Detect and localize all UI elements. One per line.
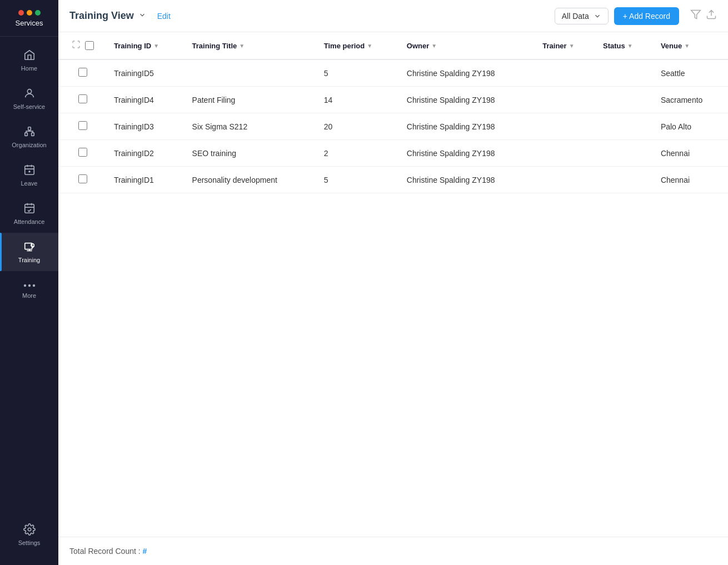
- row-checkbox-cell: [58, 140, 107, 167]
- add-record-button[interactable]: + Add Record: [614, 7, 679, 25]
- sidebar-nav: Home Self-service Organiza: [0, 37, 58, 516]
- table-header-row: Training ID ▼ Training Title ▼ Time peri…: [58, 32, 728, 59]
- sidebar-item-settings-label: Settings: [18, 539, 41, 546]
- record-count-label: Total Record Count : #: [69, 547, 147, 556]
- th-status[interactable]: Status ▼: [596, 32, 654, 59]
- table-row: TrainingID4 Patent Filing 14 Christine S…: [58, 87, 728, 113]
- leave-icon: [23, 164, 36, 178]
- cell-status: [596, 140, 654, 167]
- th-trainer-label: Trainer: [542, 42, 566, 50]
- cell-venue: Sacramento: [654, 87, 728, 113]
- sidebar-item-leave[interactable]: Leave: [0, 156, 58, 194]
- row-checkbox-cell: [58, 87, 107, 113]
- cell-status: [596, 113, 654, 140]
- cell-owner: Christine Spalding ZY198: [400, 113, 536, 140]
- services-label: Services: [16, 19, 43, 27]
- sidebar-item-training[interactable]: Training: [0, 233, 58, 271]
- title-dropdown-icon[interactable]: [138, 11, 146, 21]
- record-count-text: Total Record Count :: [69, 547, 141, 556]
- table-row: TrainingID5 5 Christine Spalding ZY198 S…: [58, 59, 728, 87]
- svg-rect-4: [24, 166, 34, 175]
- sidebar-item-more[interactable]: More: [0, 271, 58, 307]
- export-icon[interactable]: [706, 9, 717, 23]
- th-owner-label: Owner: [407, 42, 429, 50]
- home-icon: [23, 49, 36, 63]
- training-table: Training ID ▼ Training Title ▼ Time peri…: [58, 32, 728, 193]
- cell-trainer: [536, 113, 596, 140]
- th-time-period-label: Time period: [324, 42, 365, 50]
- active-bar: [0, 233, 2, 271]
- services-section[interactable]: Services: [0, 0, 58, 37]
- cell-status: [596, 59, 654, 87]
- table-row: TrainingID2 SEO training 2 Christine Spa…: [58, 140, 728, 167]
- row-checkbox-0[interactable]: [78, 68, 87, 77]
- row-checkbox-2[interactable]: [78, 121, 87, 130]
- th-time-period-sort: ▼: [367, 43, 372, 49]
- sidebar-item-leave-label: Leave: [21, 180, 38, 187]
- th-training-id[interactable]: Training ID ▼: [107, 32, 186, 59]
- row-checkbox-4[interactable]: [78, 174, 87, 183]
- th-venue-label: Venue: [661, 42, 682, 50]
- page-title: Training View: [69, 10, 134, 22]
- svg-marker-13: [691, 11, 701, 19]
- th-training-title[interactable]: Training Title ▼: [186, 32, 317, 59]
- svg-point-5: [29, 171, 30, 172]
- th-training-title-sort: ▼: [239, 43, 245, 49]
- row-checkbox-3[interactable]: [78, 148, 87, 157]
- cell-owner: Christine Spalding ZY198: [400, 87, 536, 113]
- svg-point-12: [28, 528, 31, 531]
- row-checkbox-cell: [58, 113, 107, 140]
- svg-point-10: [28, 284, 30, 287]
- edit-link[interactable]: Edit: [157, 12, 171, 21]
- sidebar-item-organization[interactable]: Organization: [0, 118, 58, 156]
- add-record-label: + Add Record: [623, 12, 670, 21]
- th-trainer[interactable]: Trainer ▼: [536, 32, 596, 59]
- table-row: TrainingID1 Personality development 5 Ch…: [58, 167, 728, 193]
- cell-venue: Palo Alto: [654, 113, 728, 140]
- th-owner[interactable]: Owner ▼: [400, 32, 536, 59]
- cell-trainer: [536, 167, 596, 193]
- filter-icon[interactable]: [690, 9, 701, 23]
- cell-owner: Christine Spalding ZY198: [400, 140, 536, 167]
- th-training-title-label: Training Title: [192, 42, 237, 50]
- cell-training-id: TrainingID5: [107, 59, 186, 87]
- sidebar-item-self-service[interactable]: Self-service: [0, 79, 58, 118]
- sidebar-item-self-service-label: Self-service: [13, 103, 45, 110]
- svg-rect-1: [24, 133, 27, 136]
- th-time-period[interactable]: Time period ▼: [317, 32, 400, 59]
- cell-trainer: [536, 140, 596, 167]
- cell-training-id: TrainingID3: [107, 113, 186, 140]
- cell-training-title: [186, 59, 317, 87]
- sidebar: Services Home Self-service: [0, 0, 58, 565]
- attendance-icon: [23, 202, 36, 216]
- th-owner-sort: ▼: [431, 43, 437, 49]
- cell-venue: Seattle: [654, 59, 728, 87]
- row-checkbox-1[interactable]: [78, 94, 87, 103]
- filter-dropdown-icon: [594, 12, 601, 20]
- cell-owner: Christine Spalding ZY198: [400, 167, 536, 193]
- sidebar-item-settings[interactable]: Settings: [0, 516, 58, 554]
- sidebar-item-attendance[interactable]: Attendance: [0, 194, 58, 233]
- cell-time-period: 20: [317, 113, 400, 140]
- page-header: Training View Edit All Data + Add Record: [58, 0, 728, 32]
- dot-red: [18, 10, 24, 16]
- cell-status: [596, 87, 654, 113]
- settings-icon: [23, 523, 36, 537]
- table-body: TrainingID5 5 Christine Spalding ZY198 S…: [58, 59, 728, 193]
- table-row: TrainingID3 Six Sigma S212 20 Christine …: [58, 113, 728, 140]
- filter-dropdown[interactable]: All Data: [555, 8, 609, 24]
- cell-owner: Christine Spalding ZY198: [400, 59, 536, 87]
- th-status-sort: ▼: [627, 43, 633, 49]
- select-all-checkbox[interactable]: [85, 41, 94, 50]
- collapse-icon[interactable]: [72, 40, 81, 51]
- table-container: Training ID ▼ Training Title ▼ Time peri…: [58, 32, 728, 537]
- th-venue[interactable]: Venue ▼: [654, 32, 728, 59]
- th-controls: [58, 32, 107, 59]
- main-content: Training View Edit All Data + Add Record: [58, 0, 728, 565]
- sidebar-item-home[interactable]: Home: [0, 41, 58, 79]
- svg-point-11: [32, 284, 34, 287]
- sidebar-item-attendance-label: Attendance: [14, 218, 45, 225]
- cell-time-period: 2: [317, 140, 400, 167]
- row-checkbox-cell: [58, 59, 107, 87]
- cell-venue: Chennai: [654, 140, 728, 167]
